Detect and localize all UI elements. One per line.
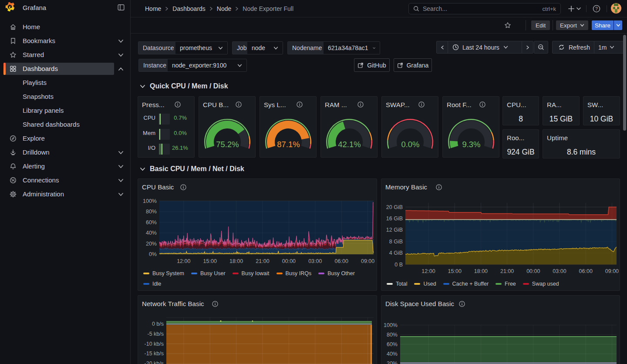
- svg-text:09:00: 09:00: [605, 268, 619, 274]
- svg-text:40%: 40%: [146, 230, 157, 236]
- svg-text:100%: 100%: [143, 198, 157, 204]
- svg-text:18:00: 18:00: [474, 268, 488, 274]
- svg-text:4 GiB: 4 GiB: [389, 250, 403, 256]
- svg-text:16 GiB: 16 GiB: [386, 216, 403, 222]
- svg-text:12:00: 12:00: [177, 258, 190, 264]
- svg-text:40%: 40%: [387, 351, 398, 357]
- svg-text:80%: 80%: [387, 332, 398, 338]
- svg-text:20 GiB: 20 GiB: [386, 204, 403, 210]
- svg-text:21:00: 21:00: [500, 268, 514, 274]
- svg-text:-15 kb/s: -15 kb/s: [145, 351, 164, 357]
- svg-text:60%: 60%: [387, 341, 398, 347]
- svg-text:00:00: 00:00: [282, 258, 296, 264]
- svg-text:03:00: 03:00: [553, 268, 566, 274]
- svg-text:09:00: 09:00: [361, 258, 374, 264]
- svg-text:03:00: 03:00: [308, 258, 322, 264]
- svg-text:21:00: 21:00: [256, 258, 269, 264]
- svg-text:15:00: 15:00: [448, 268, 462, 274]
- svg-text:80%: 80%: [146, 209, 157, 215]
- svg-text:100%: 100%: [384, 322, 398, 328]
- svg-text:-20 kb/s: -20 kb/s: [145, 361, 164, 364]
- svg-text:60%: 60%: [146, 219, 157, 226]
- svg-text:18:00: 18:00: [229, 258, 243, 264]
- svg-text:0%: 0%: [149, 251, 157, 257]
- svg-text:15:00: 15:00: [203, 258, 217, 264]
- svg-text:12 GiB: 12 GiB: [386, 227, 403, 233]
- svg-text:-10 kb/s: -10 kb/s: [145, 341, 164, 347]
- svg-text:8 GiB: 8 GiB: [389, 239, 403, 245]
- svg-text:-5 kb/s: -5 kb/s: [147, 331, 164, 337]
- svg-text:0 B: 0 B: [394, 262, 403, 268]
- svg-text:20%: 20%: [146, 241, 157, 247]
- svg-text:06:00: 06:00: [335, 258, 348, 264]
- svg-text:06:00: 06:00: [579, 268, 593, 274]
- svg-text:00:00: 00:00: [526, 268, 540, 274]
- svg-text:0 b/s: 0 b/s: [152, 321, 164, 327]
- svg-text:?: ?: [595, 6, 598, 11]
- svg-text:20%: 20%: [387, 361, 398, 364]
- svg-text:12:00: 12:00: [421, 268, 435, 274]
